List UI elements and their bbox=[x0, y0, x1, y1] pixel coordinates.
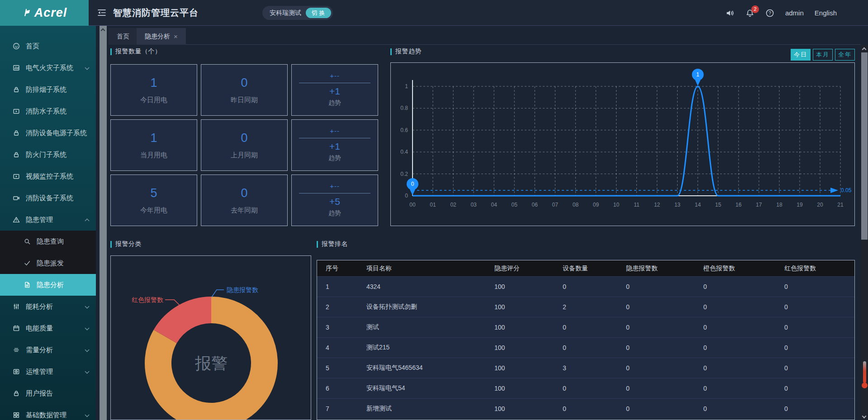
sidebar-item-video-monitor[interactable]: 视频监控子系统 bbox=[0, 165, 96, 187]
cell: 100 bbox=[486, 364, 554, 372]
col-header-hazard-alarms: 隐患报警数 bbox=[617, 264, 695, 273]
sidebar-item-label: 防排烟子系统 bbox=[26, 85, 66, 94]
col-header-devices: 设备数量 bbox=[554, 264, 617, 273]
sidebar-item-hazard-analysis[interactable]: 隐患分析 bbox=[0, 274, 96, 296]
table-row: 2设备拓扑测试勿删1002000 bbox=[317, 297, 854, 317]
svg-text:21: 21 bbox=[837, 202, 844, 208]
sidebar-item-hazard-query[interactable]: 隐患查询 bbox=[0, 231, 96, 252]
section-accent bbox=[110, 241, 112, 248]
sidebar-scrollbar[interactable] bbox=[100, 26, 107, 420]
help-icon[interactable]: ? bbox=[765, 9, 774, 18]
acrel-logo: Acrel bbox=[0, 0, 89, 26]
page-scrollbar[interactable] bbox=[861, 45, 868, 420]
tab-label: 隐患分析 bbox=[145, 33, 170, 41]
sidebar-item-fire-door[interactable]: 防火门子系统 bbox=[0, 144, 96, 165]
table-row: 3测试1000000 bbox=[317, 317, 854, 337]
cell: 0 bbox=[617, 364, 695, 372]
col-header-red-alarms: 红色报警数 bbox=[776, 264, 854, 273]
sidebar-item-hazard-management[interactable]: 隐患管理 bbox=[0, 209, 96, 231]
project-switcher[interactable]: 安科瑞测试 切 换 bbox=[262, 6, 333, 20]
cell: 设备拓扑测试勿删 bbox=[358, 303, 486, 311]
filter-year-button[interactable]: 全年 bbox=[835, 49, 855, 61]
cell: 0 bbox=[776, 364, 854, 372]
stat-card-year-trend: +--+5趋势 bbox=[291, 175, 378, 226]
switch-project-button[interactable]: 切 换 bbox=[306, 8, 331, 18]
cell: 0 bbox=[617, 324, 695, 331]
scroll-up-icon[interactable] bbox=[101, 28, 105, 33]
stat-value: 5 bbox=[150, 186, 157, 200]
sidebar-item-electrical-fire[interactable]: 电气火灾子系统 bbox=[0, 57, 96, 79]
sidebar-item-fire-power[interactable]: 消防设备电源子系统 bbox=[0, 122, 96, 144]
section-title-text: 报警趋势 bbox=[395, 47, 422, 56]
stat-value: 1 bbox=[150, 76, 157, 90]
filter-today-button[interactable]: 今日 bbox=[791, 49, 811, 61]
stat-card-day-trend: +--+1趋势 bbox=[291, 64, 378, 116]
sidebar-item-fire-equipment[interactable]: 消防设备子系统 bbox=[0, 187, 96, 209]
cell: 0 bbox=[554, 405, 617, 412]
trend-divider bbox=[299, 193, 370, 193]
table-row: 4测试2151000000 bbox=[317, 337, 854, 358]
sidebar-item-energy-analysis[interactable]: 能耗分析 bbox=[0, 296, 96, 317]
chevron-down-icon bbox=[85, 369, 90, 374]
sidebar-item-smoke-control[interactable]: 防排烟子系统 bbox=[0, 79, 96, 100]
lock-icon bbox=[13, 86, 20, 93]
svg-text:16: 16 bbox=[735, 202, 742, 208]
svg-text:02: 02 bbox=[450, 202, 456, 208]
chevron-down-icon bbox=[85, 413, 90, 417]
svg-text:05: 05 bbox=[512, 202, 518, 208]
stat-label: 趋势 bbox=[328, 99, 341, 107]
sidebar-item-base-data[interactable]: 基础数据管理 bbox=[0, 404, 96, 420]
cell: 测试215 bbox=[358, 344, 486, 352]
notifications-bell-icon[interactable]: 2 bbox=[745, 9, 754, 18]
cell: 0 bbox=[776, 303, 854, 311]
logo-text: Acrel bbox=[34, 6, 67, 20]
tab-hazard-analysis[interactable]: 隐患分析× bbox=[137, 28, 186, 45]
trend-ratio: +-- bbox=[330, 72, 340, 80]
scroll-up-icon[interactable] bbox=[862, 47, 867, 52]
cell: 0 bbox=[695, 283, 776, 290]
cell: 0 bbox=[695, 344, 776, 351]
scroll-down-icon[interactable] bbox=[862, 414, 867, 419]
sidebar-item-label: 隐患分析 bbox=[37, 281, 64, 289]
chevron-down-icon bbox=[85, 348, 90, 352]
close-icon[interactable]: × bbox=[174, 33, 178, 40]
cell: 0 bbox=[617, 405, 695, 412]
user-menu[interactable]: admin bbox=[785, 9, 804, 17]
svg-text:15: 15 bbox=[715, 202, 721, 208]
cell: 0 bbox=[776, 324, 854, 331]
collapse-sidebar-icon[interactable] bbox=[97, 8, 107, 18]
sidebar-item-hazard-dispatch[interactable]: 隐患派发 bbox=[0, 252, 96, 274]
sidebar-item-user-report[interactable]: 用户报告 bbox=[0, 382, 96, 404]
cell: 测试 bbox=[358, 323, 486, 331]
svg-text:红色报警数: 红色报警数 bbox=[132, 296, 163, 303]
sidebar-item-label: 消防设备电源子系统 bbox=[26, 129, 87, 137]
cell: 100 bbox=[486, 324, 554, 331]
sidebar-item-demand-analysis[interactable]: 需量分析 bbox=[0, 339, 96, 361]
chevron-up-icon bbox=[85, 219, 90, 223]
speaker-icon[interactable] bbox=[726, 9, 735, 18]
stat-label: 当月用电 bbox=[140, 151, 167, 160]
filter-month-button[interactable]: 本月 bbox=[813, 49, 833, 61]
camera-icon bbox=[13, 194, 20, 202]
scrollbar-thumb[interactable] bbox=[861, 52, 868, 240]
svg-text:0.2: 0.2 bbox=[400, 171, 408, 177]
sidebar-item-home[interactable]: 首页 bbox=[0, 35, 96, 57]
sidebar-item-fire-water[interactable]: 消防水子系统 bbox=[0, 100, 96, 122]
language-switch[interactable]: English bbox=[815, 9, 837, 17]
section-title-text: 报警分类 bbox=[115, 240, 142, 248]
svg-text:01: 01 bbox=[430, 202, 436, 208]
current-project-name: 安科瑞测试 bbox=[270, 9, 301, 17]
sidebar-item-power-quality[interactable]: 电能质量 bbox=[0, 317, 96, 339]
cell: 3 bbox=[317, 324, 358, 331]
sidebar-item-ops-management[interactable]: 运维管理 bbox=[0, 361, 96, 382]
section-title-text: 报警数量（个） bbox=[115, 47, 161, 56]
section-title-alarm-count: 报警数量（个） bbox=[110, 47, 161, 56]
cell: 100 bbox=[486, 283, 554, 290]
cell: 0 bbox=[617, 283, 695, 290]
doc-icon bbox=[24, 281, 31, 288]
tab-home[interactable]: 首页 bbox=[109, 28, 138, 45]
stat-label: 上月同期 bbox=[231, 151, 258, 160]
svg-text:10: 10 bbox=[613, 202, 620, 208]
cell: 0 bbox=[695, 385, 776, 392]
stat-label: 去年同期 bbox=[231, 206, 258, 215]
